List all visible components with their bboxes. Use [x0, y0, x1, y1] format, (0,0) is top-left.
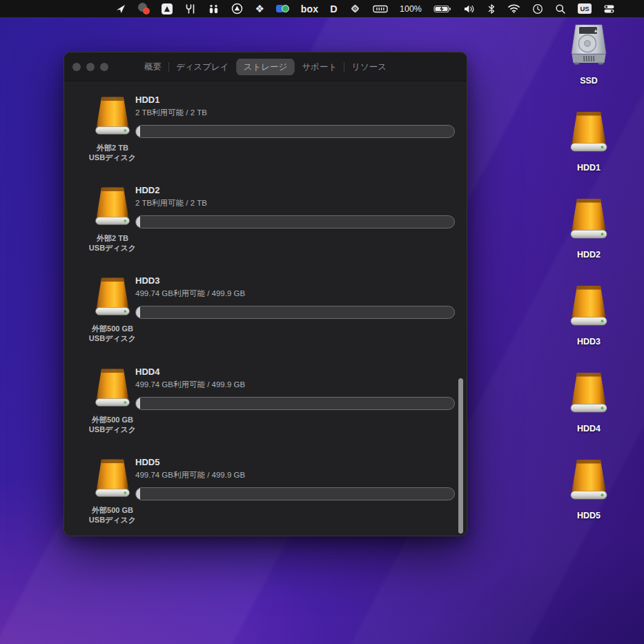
external-drive-icon [566, 371, 612, 416]
used-space-fill [136, 488, 140, 500]
tab-bar: 概要 ディスプレイ ストレージ サポート リソース [137, 59, 393, 75]
status-red-dot [143, 8, 150, 14]
desktop-icon-label: HDD5 [577, 511, 601, 520]
desktop-icon-ssd[interactable]: SSD [554, 23, 623, 86]
location-arrow-icon[interactable] [115, 0, 126, 17]
drive-caption: 外部500 GBUSBディスク [89, 505, 136, 525]
usage-bar [135, 125, 455, 138]
usage-bar [135, 306, 455, 319]
drive-caption: 外部2 TBUSBディスク [89, 233, 136, 253]
desktop-icon-label: HDD4 [577, 424, 601, 433]
system-info-window: 概要 ディスプレイ ストレージ サポート リソース 外部2 TBUSBディスク … [64, 52, 467, 536]
time-machine-icon[interactable] [532, 0, 543, 17]
traffic-lights [72, 63, 108, 71]
bluetooth-icon[interactable] [487, 0, 496, 17]
close-button[interactable] [72, 63, 81, 71]
desktop-icon-hdd4[interactable]: HDD4 [554, 371, 623, 433]
battery-charging-icon[interactable] [433, 0, 451, 17]
tab-resources[interactable]: リソース [344, 59, 393, 75]
red-status-icon[interactable] [138, 3, 150, 14]
blue-green-app-icon[interactable] [276, 3, 289, 14]
drive-row-hdd5: 外部500 GBUSBディスク HDD5 499.74 GB利用可能 / 499… [77, 457, 458, 536]
barcode-battery-icon[interactable] [373, 0, 388, 17]
drive-circle-icon[interactable] [231, 0, 243, 17]
drive-name: HDD3 [135, 275, 455, 286]
used-space-fill [136, 126, 140, 137]
desktop-icon-hdd3[interactable]: HDD3 [554, 284, 623, 347]
drive-name: HDD5 [135, 457, 455, 468]
binoculars-icon[interactable] [208, 0, 219, 17]
drive-name: HDD1 [135, 95, 455, 106]
usage-bar [135, 215, 455, 228]
drive-caption: 外部2 TBUSBディスク [89, 143, 136, 162]
usage-bar [135, 397, 455, 410]
box-logo[interactable]: box [301, 0, 319, 17]
search-icon[interactable] [555, 0, 566, 17]
external-drive-icon [566, 284, 612, 329]
drive-usage-text: 499.74 GB利用可能 / 499.9 GB [135, 289, 455, 299]
external-drive-icon [91, 95, 134, 139]
zoom-button[interactable] [100, 63, 108, 71]
drive-caption: 外部500 GBUSBディスク [89, 415, 136, 434]
diamond-sync-icon[interactable] [349, 0, 361, 17]
drive-usage-text: 2 TB利用可能 / 2 TB [135, 108, 455, 118]
green-circle [282, 5, 289, 12]
drive-usage-text: 499.74 GB利用可能 / 499.9 GB [135, 470, 455, 480]
input-source-badge[interactable]: US [578, 3, 592, 14]
tab-displays[interactable]: ディスプレイ [169, 59, 236, 75]
drive-caption: 外部500 GBUSBディスク [89, 324, 136, 343]
tuning-fork-icon[interactable] [184, 0, 196, 17]
control-center-icon[interactable] [603, 0, 615, 17]
wifi-icon[interactable] [507, 0, 520, 17]
scrollbar-thumb[interactable] [458, 378, 463, 534]
desktop-icon-label: HDD3 [577, 337, 601, 347]
drive-usage-text: 2 TB利用可能 / 2 TB [135, 198, 455, 208]
external-drive-icon [566, 197, 612, 242]
storage-panel: 外部2 TBUSBディスク HDD1 2 TB利用可能 / 2 TB 外部2 T… [64, 82, 467, 536]
tab-overview[interactable]: 概要 [137, 59, 168, 75]
desktop-icon-hdd1[interactable]: HDD1 [554, 110, 623, 173]
drive-row-hdd2: 外部2 TBUSBディスク HDD2 2 TB利用可能 / 2 TB [77, 185, 458, 268]
menu-bar: ❖ box D 100% [0, 0, 644, 17]
used-space-fill [136, 306, 140, 318]
external-drive-icon [91, 367, 134, 411]
drive-row-hdd4: 外部500 GBUSBディスク HDD4 499.74 GB利用可能 / 499… [77, 367, 458, 449]
used-space-fill [136, 216, 140, 228]
external-drive-icon [91, 185, 134, 229]
external-drive-icon [566, 110, 612, 155]
drive-name: HDD2 [135, 185, 455, 196]
minimize-button[interactable] [86, 63, 95, 71]
dropbox-icon[interactable]: ❖ [255, 0, 264, 17]
used-space-fill [136, 398, 140, 409]
external-drive-icon [91, 457, 134, 501]
drive-name: HDD4 [135, 367, 455, 378]
desktop-icon-label: HDD1 [577, 163, 601, 173]
usage-bar [135, 487, 455, 500]
window-titlebar[interactable]: 概要 ディスプレイ ストレージ サポート リソース [64, 52, 467, 81]
desktop-icon-hdd2[interactable]: HDD2 [554, 197, 623, 260]
volume-icon[interactable] [463, 0, 476, 17]
desktop-icon-label: SSD [580, 76, 598, 86]
desktop-icon-hdd5[interactable]: HDD5 [554, 458, 623, 520]
drive-row-hdd1: 外部2 TBUSBディスク HDD1 2 TB利用可能 / 2 TB [77, 95, 458, 177]
external-drive-icon [566, 458, 612, 503]
tab-support[interactable]: サポート [295, 59, 344, 75]
battery-percent: 100% [400, 0, 422, 17]
triangle-app-icon[interactable] [162, 3, 173, 14]
tab-storage[interactable]: ストレージ [237, 59, 295, 75]
drive-row-hdd3: 外部500 GBUSBディスク HDD3 499.74 GB利用可能 / 499… [77, 275, 458, 358]
drive-usage-text: 499.74 GB利用可能 / 499.9 GB [135, 380, 455, 390]
internal-drive-icon [566, 23, 612, 68]
desktop-icon-label: HDD2 [577, 250, 601, 260]
external-drive-icon [91, 275, 134, 320]
d-app-icon[interactable]: D [330, 0, 338, 17]
